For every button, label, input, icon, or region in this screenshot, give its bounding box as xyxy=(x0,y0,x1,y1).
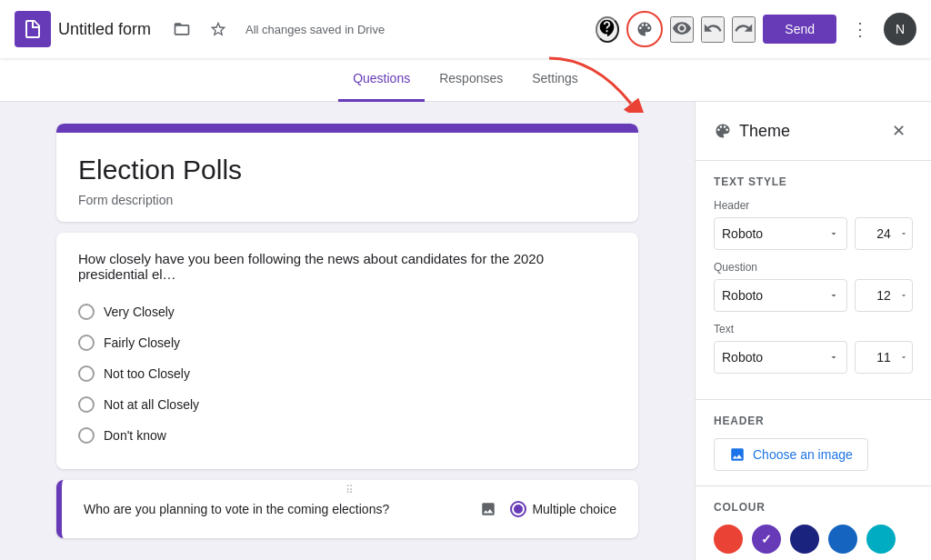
theme-panel: Theme ✕ Text style Header Roboto Arial T… xyxy=(695,102,931,560)
option-label-5: Don't know xyxy=(104,428,166,443)
question-card-2: ⠿ Who are you planning to vote in the co… xyxy=(56,480,638,538)
option-row-2: Fairly Closely xyxy=(78,327,616,358)
radio-5[interactable] xyxy=(78,427,95,444)
choose-image-label: Choose an image xyxy=(753,447,853,462)
tabbar: Questions Responses Settings xyxy=(0,58,931,102)
theme-title-row: Theme xyxy=(714,122,790,141)
question-image-btn[interactable] xyxy=(474,495,503,524)
tab-questions[interactable]: Questions xyxy=(338,58,425,102)
colour-purple[interactable] xyxy=(752,525,781,554)
text-style-section: Text style Header Roboto Arial Times New… xyxy=(696,161,931,400)
header-font-row: Roboto Arial Times New Roman 24 20 28 xyxy=(714,217,913,250)
image-icon xyxy=(729,446,746,463)
option-label-2: Fairly Closely xyxy=(104,335,180,350)
topbar-icons xyxy=(165,13,235,45)
theme-button[interactable] xyxy=(626,11,663,47)
radio-inner xyxy=(514,505,523,514)
text-font-select[interactable]: Roboto Arial xyxy=(714,341,847,374)
radio-4[interactable] xyxy=(78,396,95,413)
question-font-row: Roboto Arial 12 14 16 xyxy=(714,279,913,312)
option-row-3: Not too Closely xyxy=(78,358,616,389)
header-font-select[interactable]: Roboto Arial Times New Roman xyxy=(714,217,847,250)
question-font-select[interactable]: Roboto Arial xyxy=(714,279,847,312)
form-card-accent xyxy=(56,124,638,133)
option-label-3: Not too Closely xyxy=(104,366,190,381)
redo-btn[interactable] xyxy=(732,16,756,43)
star-icon-btn[interactable] xyxy=(202,13,235,45)
colour-section: Colour xyxy=(696,486,931,560)
form-title: Untitled form xyxy=(58,20,151,39)
drag-handle[interactable]: ⠿ xyxy=(345,484,355,496)
option-row-1: Very Closely xyxy=(78,296,616,327)
form-area: Election Polls Form description How clos… xyxy=(0,102,695,560)
colour-label: Colour xyxy=(714,501,913,514)
radio-3[interactable] xyxy=(78,365,95,382)
question-font-label: Question xyxy=(714,261,913,274)
header-font-label: Header xyxy=(714,199,913,212)
choose-image-btn[interactable]: Choose an image xyxy=(714,438,868,471)
send-button[interactable]: Send xyxy=(763,15,836,44)
topbar-left: Untitled form All changes saved in Drive xyxy=(15,11,596,47)
text-font-label: Text xyxy=(714,323,913,335)
colour-blue[interactable] xyxy=(828,525,857,554)
header-image-section: Header Choose an image xyxy=(696,400,931,486)
theme-panel-header: Theme ✕ xyxy=(696,102,931,161)
question-text-1: How closely have you been following the … xyxy=(78,251,616,282)
option-row-4: Not at all Closely xyxy=(78,389,616,420)
form-title-card: Election Polls Form description xyxy=(56,124,638,222)
preview-icon-btn[interactable] xyxy=(670,16,694,43)
radio-selected-icon xyxy=(510,501,526,517)
more-options-btn[interactable]: ⋮ xyxy=(844,13,876,45)
app-icon xyxy=(15,11,51,47)
text-style-label: Text style xyxy=(714,175,913,188)
text-font-row: Roboto Arial 11 12 14 xyxy=(714,341,913,374)
option-label-1: Very Closely xyxy=(104,305,175,319)
colour-red[interactable] xyxy=(714,525,743,554)
last-card-right: Multiple choice xyxy=(474,495,616,524)
main-layout: Election Polls Form description How clos… xyxy=(0,102,931,560)
question-text-2: Who are you planning to vote in the comi… xyxy=(84,502,474,516)
topbar-right: Send ⋮ N xyxy=(596,11,916,47)
radio-1[interactable] xyxy=(78,304,95,320)
question-type-label: Multiple choice xyxy=(532,502,616,516)
saved-text: All changes saved in Drive xyxy=(245,23,385,36)
option-row-5: Don't know xyxy=(78,420,616,451)
question-card-1: How closely have you been following the … xyxy=(56,233,638,469)
theme-panel-title: Theme xyxy=(739,122,790,141)
header-size-select[interactable]: 24 20 28 xyxy=(855,217,913,250)
option-label-4: Not at all Closely xyxy=(104,397,199,412)
form-description: Form description xyxy=(78,193,616,207)
tab-settings[interactable]: Settings xyxy=(517,58,593,102)
topbar: Untitled form All changes saved in Drive xyxy=(0,0,931,58)
colour-circles xyxy=(714,525,913,560)
colour-teal[interactable] xyxy=(866,525,896,554)
customize-icon-btn[interactable] xyxy=(596,16,619,43)
palette-icon xyxy=(714,122,732,140)
question-type-badge: Multiple choice xyxy=(510,501,616,517)
tab-responses[interactable]: Responses xyxy=(425,58,517,102)
colour-dark-blue[interactable] xyxy=(790,525,819,554)
radio-2[interactable] xyxy=(78,335,95,351)
theme-close-btn[interactable]: ✕ xyxy=(884,116,913,145)
text-size-select[interactable]: 11 12 14 xyxy=(855,341,913,374)
avatar[interactable]: N xyxy=(884,13,916,45)
theme-btn-wrapper xyxy=(626,11,663,47)
undo-btn[interactable] xyxy=(701,16,725,43)
header-section-label: Header xyxy=(714,415,913,427)
form-main-title: Election Polls xyxy=(78,155,616,185)
form-card-body: Election Polls Form description xyxy=(56,133,638,222)
question-size-select[interactable]: 12 14 16 xyxy=(855,279,913,312)
folder-icon-btn[interactable] xyxy=(165,13,198,45)
